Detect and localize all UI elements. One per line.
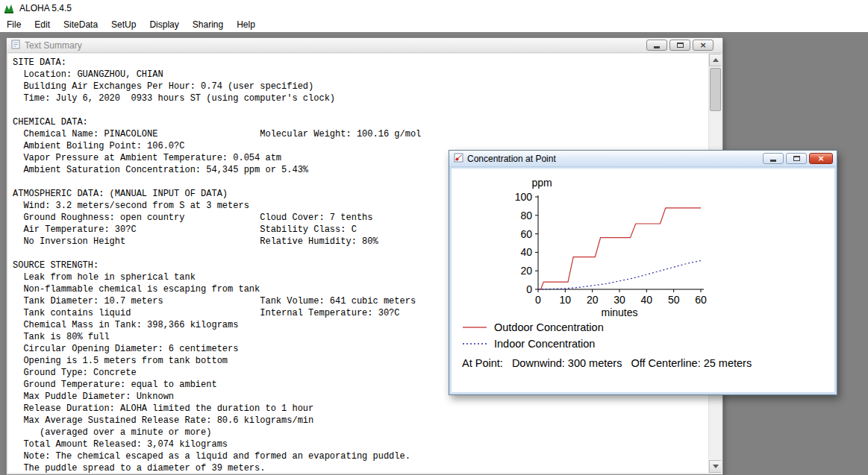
scroll-up-button[interactable] — [709, 54, 721, 66]
indoor-line-sample-icon — [462, 340, 487, 347]
app-titlebar: ALOHA 5.4.5 — [0, 0, 868, 16]
svg-text:60: 60 — [695, 294, 707, 306]
legend-label-outdoor: Outdoor Concentration — [494, 321, 604, 333]
svg-text:40: 40 — [641, 294, 653, 306]
menu-file[interactable]: File — [0, 17, 28, 32]
legend-item-outdoor: Outdoor Concentration — [462, 319, 834, 336]
legend-item-indoor: Indoor Concentration — [462, 336, 834, 352]
window-controls: × — [646, 40, 714, 51]
minimize-icon — [654, 46, 660, 48]
svg-text:10: 10 — [560, 294, 572, 306]
close-icon: × — [817, 154, 824, 163]
svg-text:0: 0 — [526, 283, 532, 295]
document-icon — [11, 39, 21, 52]
svg-text:40: 40 — [520, 246, 532, 258]
app-icon — [3, 2, 15, 14]
menu-edit[interactable]: Edit — [28, 17, 57, 32]
menu-sharing[interactable]: Sharing — [186, 17, 230, 32]
maximize-button[interactable] — [786, 153, 807, 164]
svg-text:20: 20 — [587, 294, 599, 306]
svg-text:100: 100 — [515, 191, 533, 203]
menu-sitedata[interactable]: SiteData — [57, 17, 104, 32]
menu-bar: File Edit SiteData SetUp Display Sharing… — [0, 16, 868, 32]
legend-label-indoor: Indoor Concentration — [494, 338, 595, 350]
concentration-titlebar[interactable]: Concentration at Point × — [449, 151, 837, 167]
svg-text:60: 60 — [520, 228, 532, 240]
scroll-down-icon — [713, 465, 719, 468]
scrollbar-thumb[interactable] — [710, 68, 721, 111]
menu-setup[interactable]: SetUp — [104, 17, 143, 32]
maximize-icon — [677, 43, 684, 48]
svg-text:ppm: ppm — [531, 177, 552, 189]
svg-text:50: 50 — [668, 294, 680, 306]
concentration-chart: 0204060801000102030405060ppmminutes — [452, 169, 836, 318]
close-button[interactable]: × — [809, 153, 833, 164]
concentration-window: Concentration at Point × 020406080100010… — [449, 150, 837, 395]
minimize-button[interactable] — [763, 153, 784, 164]
minimize-icon — [770, 160, 776, 162]
text-summary-titlebar[interactable]: Text Summary × — [7, 38, 722, 53]
close-button[interactable]: × — [693, 40, 714, 51]
scroll-down-button[interactable] — [709, 460, 721, 473]
svg-text:30: 30 — [613, 294, 625, 306]
window-title: Concentration at Point — [467, 154, 556, 164]
app-title: ALOHA 5.4.5 — [19, 3, 72, 13]
maximize-icon — [793, 156, 800, 161]
svg-text:minutes: minutes — [601, 306, 637, 318]
svg-text:20: 20 — [520, 265, 532, 277]
menu-display[interactable]: Display — [143, 17, 185, 32]
scroll-up-icon — [713, 58, 719, 62]
window-controls: × — [763, 153, 833, 164]
chart-icon — [454, 152, 463, 166]
window-title: Text Summary — [25, 40, 82, 51]
close-icon: × — [699, 41, 706, 49]
concentration-content: 0204060801000102030405060ppmminutes Outd… — [452, 169, 834, 392]
minimize-button[interactable] — [646, 40, 667, 51]
svg-text:80: 80 — [520, 210, 532, 221]
chart-legend: Outdoor Concentration Indoor Concentrati… — [462, 319, 834, 352]
maximize-button[interactable] — [669, 40, 690, 51]
menu-help[interactable]: Help — [230, 17, 262, 32]
at-point-summary: At Point: Downwind: 300 meters Off Cente… — [462, 357, 834, 369]
outdoor-line-sample-icon — [462, 324, 487, 331]
svg-text:0: 0 — [535, 294, 541, 306]
